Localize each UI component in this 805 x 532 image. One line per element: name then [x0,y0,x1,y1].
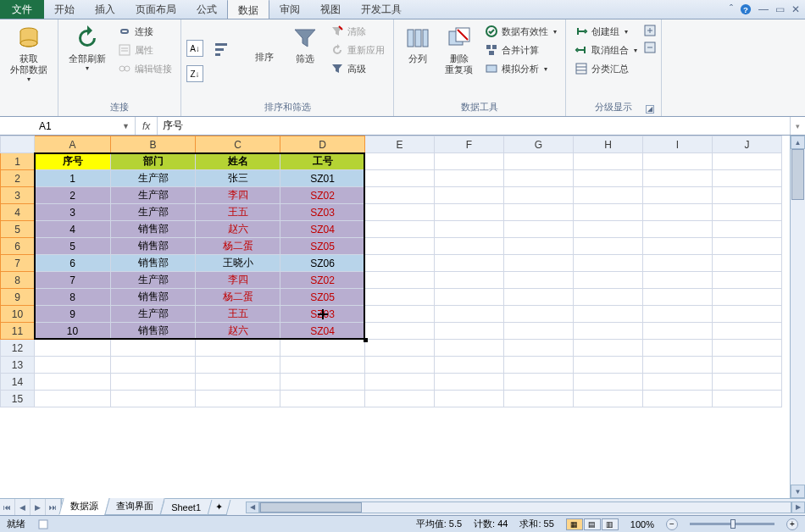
column-header-G[interactable]: G [504,136,574,153]
cell-C8[interactable]: 李四 [196,272,280,289]
cell-D14[interactable] [280,374,365,391]
row-header-6[interactable]: 6 [1,238,35,255]
cell-H10[interactable] [574,306,643,323]
cell-F13[interactable] [435,357,504,374]
cell-A7[interactable]: 6 [35,255,111,272]
cell-I1[interactable] [643,153,713,170]
zoom-out-button[interactable]: − [666,518,678,530]
collapse-icon[interactable] [644,42,656,53]
cell-J8[interactable] [713,272,782,289]
name-box-input[interactable] [39,120,107,132]
cell-G13[interactable] [504,357,574,374]
cell-C7[interactable]: 王晓小 [196,255,280,272]
cell-F1[interactable] [435,153,504,170]
menu-tab-开始[interactable]: 开始 [44,0,85,19]
cell-E2[interactable] [365,170,435,187]
cell-J7[interactable] [713,255,782,272]
hscroll-thumb[interactable] [260,502,362,513]
window-restore-icon[interactable]: ▭ [775,3,785,15]
cell-D6[interactable]: SZ05 [280,238,365,255]
cell-E13[interactable] [365,357,435,374]
connections-button[interactable]: 连接 [114,23,175,40]
row-header-7[interactable]: 7 [1,255,35,272]
cell-F8[interactable] [435,272,504,289]
cell-B7[interactable]: 销售部 [111,255,196,272]
column-header-H[interactable]: H [574,136,643,153]
cell-B5[interactable]: 销售部 [111,221,196,238]
cell-B6[interactable]: 销售部 [111,238,196,255]
cell-I13[interactable] [643,357,713,374]
page-layout-view-button[interactable]: ▤ [584,518,601,530]
cell-D5[interactable]: SZ04 [280,221,365,238]
cell-F3[interactable] [435,187,504,204]
name-box[interactable]: ▼ [34,117,136,135]
cell-J6[interactable] [713,238,782,255]
cell-J2[interactable] [713,170,782,187]
cell-A14[interactable] [35,374,111,391]
cell-H2[interactable] [574,170,643,187]
row-header-2[interactable]: 2 [1,170,35,187]
row-header-3[interactable]: 3 [1,187,35,204]
menu-tab-视图[interactable]: 视图 [310,0,351,19]
cell-D2[interactable]: SZ01 [280,170,365,187]
menu-tab-审阅[interactable]: 审阅 [269,0,310,19]
cell-I10[interactable] [643,306,713,323]
cell-A9[interactable]: 8 [35,289,111,306]
help-icon[interactable]: ? [740,3,752,15]
cell-J13[interactable] [713,357,782,374]
menu-tab-开发工具[interactable]: 开发工具 [351,0,412,19]
cell-I8[interactable] [643,272,713,289]
cell-I6[interactable] [643,238,713,255]
cell-J3[interactable] [713,187,782,204]
column-header-J[interactable]: J [713,136,782,153]
cell-F5[interactable] [435,221,504,238]
cell-E3[interactable] [365,187,435,204]
scroll-up-icon[interactable]: ▲ [791,136,805,149]
cell-B8[interactable]: 生产部 [111,272,196,289]
column-header-D[interactable]: D [280,136,365,153]
horizontal-scrollbar[interactable] [259,502,791,513]
cell-D12[interactable] [280,340,365,357]
subtotal-button[interactable]: 分类汇总 [571,60,641,77]
cell-D4[interactable]: SZ03 [280,204,365,221]
vertical-scrollbar[interactable]: ▲ ▼ [790,136,805,498]
cell-F4[interactable] [435,204,504,221]
cell-J15[interactable] [713,391,782,407]
normal-view-button[interactable]: ▦ [566,518,583,530]
cell-A12[interactable] [35,340,111,357]
cell-C13[interactable] [196,357,280,374]
cell-B14[interactable] [111,374,196,391]
cell-C10[interactable]: 王五 [196,306,280,323]
cell-E4[interactable] [365,204,435,221]
cell-A4[interactable]: 3 [35,204,111,221]
next-sheet-icon[interactable]: ▶ [31,499,46,515]
fill-handle[interactable] [364,338,368,342]
cell-C6[interactable]: 杨二蛋 [196,238,280,255]
sheet-tab-Sheet1[interactable]: Sheet1 [160,501,212,515]
sort-asc-button[interactable]: A↓ [186,40,203,57]
ungroup-button[interactable]: 取消组合▾ [571,42,641,58]
cell-C14[interactable] [196,374,280,391]
menu-tab-插入[interactable]: 插入 [85,0,125,19]
cell-I2[interactable] [643,170,713,187]
filter-button[interactable]: 筛选 [286,23,324,99]
column-header-C[interactable]: C [196,136,280,153]
select-all-corner[interactable] [1,136,35,153]
cell-B2[interactable]: 生产部 [111,170,196,187]
cell-A1[interactable]: 序号 [35,153,111,170]
row-header-12[interactable]: 12 [1,340,35,357]
cell-D1[interactable]: 工号 [280,153,365,170]
cell-E9[interactable] [365,289,435,306]
menu-tab-页面布局[interactable]: 页面布局 [125,0,186,19]
cell-B9[interactable]: 销售部 [111,289,196,306]
spreadsheet-grid[interactable]: ABCDEFGHIJ1序号部门姓名工号21生产部张三SZ0132生产部李四SZ0… [0,136,782,407]
cell-D3[interactable]: SZ02 [280,187,365,204]
row-header-1[interactable]: 1 [1,153,35,170]
cell-A2[interactable]: 1 [35,170,111,187]
cell-I4[interactable] [643,204,713,221]
cell-A10[interactable]: 9 [35,306,111,323]
cell-I15[interactable] [643,391,713,407]
minimize-ribbon-icon[interactable]: ˆ [730,3,733,15]
cell-B1[interactable]: 部门 [111,153,196,170]
cell-J5[interactable] [713,221,782,238]
